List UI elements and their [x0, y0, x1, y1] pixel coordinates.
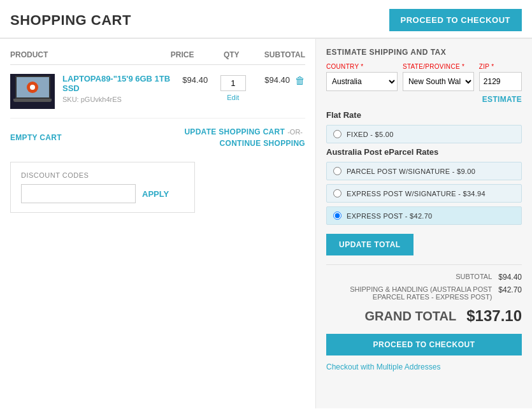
- estimate-title: ESTIMATE SHIPPING AND TAX: [326, 48, 522, 57]
- item-price: $94.40: [176, 74, 215, 85]
- grand-total-row: GRAND TOTAL $137.10: [326, 307, 522, 325]
- item-qty-wrapper: Edit: [214, 74, 252, 101]
- empty-cart-button[interactable]: EMPTY CART: [10, 133, 62, 142]
- cart-item-row: LAPTOPA89-"15'9 6GB 1TB SSD SKU: pGUvkh4…: [10, 65, 305, 118]
- zip-required: *: [491, 63, 494, 70]
- state-required: *: [462, 63, 464, 70]
- item-delete-button[interactable]: 🗑: [295, 74, 305, 87]
- update-total-button[interactable]: UPDATE TOTAL: [326, 234, 413, 255]
- country-label: COUNTRY *: [326, 63, 398, 70]
- discount-code-input[interactable]: [21, 184, 136, 203]
- shipping-radio-express[interactable]: [333, 212, 341, 220]
- grand-total-label: GRAND TOTAL: [365, 309, 457, 324]
- proceed-checkout-top-button[interactable]: PROCEED TO CHECKOUT: [389, 9, 522, 31]
- shipping-option-fixed[interactable]: Fixed - $5.00: [326, 125, 522, 143]
- shipping-option-fixed-label: Fixed - $5.00: [347, 131, 394, 138]
- or-text: -OR-: [287, 128, 303, 136]
- subtotal-value: $94.40: [498, 273, 522, 282]
- proceed-checkout-bottom-button[interactable]: PROCEED TO CHECKOUT: [326, 334, 522, 355]
- shipping-radio-express-sig[interactable]: [333, 189, 341, 197]
- discount-section: DISCOUNT CODES APPLY: [10, 162, 195, 213]
- product-name-link[interactable]: LAPTOPA89-"15'9 6GB 1TB SSD: [62, 74, 170, 93]
- shipping-option-express[interactable]: EXPRESS POST - $42.70: [326, 206, 522, 225]
- checkout-multiple-addresses-link[interactable]: Checkout with Multiple Addresses: [326, 362, 440, 371]
- shipping-option-parcel[interactable]: PARCEL POST W/SIGNATURE - $9.00: [326, 162, 522, 180]
- subtotal-row: SUBTOTAL $94.40: [326, 273, 522, 282]
- state-select[interactable]: New South Wal: [403, 72, 474, 91]
- col-header-product: PRODUCT: [10, 50, 158, 59]
- update-cart-button[interactable]: UPDATE SHOPPING CART: [184, 127, 285, 136]
- subtotal-label: SUBTOTAL: [326, 273, 492, 280]
- shipping-option-express-sig-label: EXPRESS POST W/SIGNATURE - $34.94: [347, 190, 485, 197]
- zip-input[interactable]: [479, 72, 522, 91]
- shipping-option-parcel-label: PARCEL POST W/SIGNATURE - $9.00: [347, 168, 475, 175]
- page-title: SHOPPING CART: [10, 12, 131, 29]
- continue-shopping-button[interactable]: CONTINUE SHOPPING: [220, 139, 305, 148]
- shipping-label: SHIPPING & HANDLING (AUSTRALIA POST EPAR…: [326, 285, 492, 301]
- col-header-subtotal: SUBTOTAL: [256, 50, 305, 59]
- state-label: STATE/PROVINCE *: [403, 63, 474, 70]
- aus-post-title: Australia Post eParcel Rates: [326, 147, 522, 157]
- flat-rate-title: Flat Rate: [326, 110, 522, 120]
- apply-discount-button[interactable]: APPLY: [142, 189, 169, 199]
- item-edit-link[interactable]: Edit: [214, 94, 252, 101]
- shipping-option-express-label: EXPRESS POST - $42.70: [347, 212, 433, 220]
- discount-label: DISCOUNT CODES: [21, 171, 184, 179]
- sku-label: SKU:: [62, 96, 79, 103]
- country-required: *: [361, 63, 363, 70]
- shipping-option-express-sig[interactable]: EXPRESS POST W/SIGNATURE - $34.94: [326, 184, 522, 203]
- shipping-estimate-panel: ESTIMATE SHIPPING AND TAX COUNTRY * Aust…: [315, 39, 532, 408]
- shipping-radio-fixed[interactable]: [333, 130, 341, 138]
- estimate-link[interactable]: ESTIMATE: [326, 95, 522, 104]
- shipping-row: SHIPPING & HANDLING (AUSTRALIA POST EPAR…: [326, 285, 522, 301]
- sku-value: pGUvkh4rES: [81, 96, 122, 103]
- country-select[interactable]: Australia: [326, 72, 398, 91]
- col-header-qty: QTY: [207, 50, 256, 59]
- item-subtotal: $94.40: [252, 74, 291, 85]
- grand-total-value: $137.10: [466, 307, 522, 325]
- zip-label: ZIP *: [479, 63, 522, 70]
- product-image: [10, 74, 55, 109]
- col-header-price: PRICE: [158, 50, 207, 59]
- totals-section: SUBTOTAL $94.40 SHIPPING & HANDLING (AUS…: [326, 264, 522, 325]
- shipping-radio-parcel[interactable]: [333, 167, 341, 175]
- item-qty-input[interactable]: [220, 75, 246, 91]
- shipping-value: $42.70: [498, 285, 522, 294]
